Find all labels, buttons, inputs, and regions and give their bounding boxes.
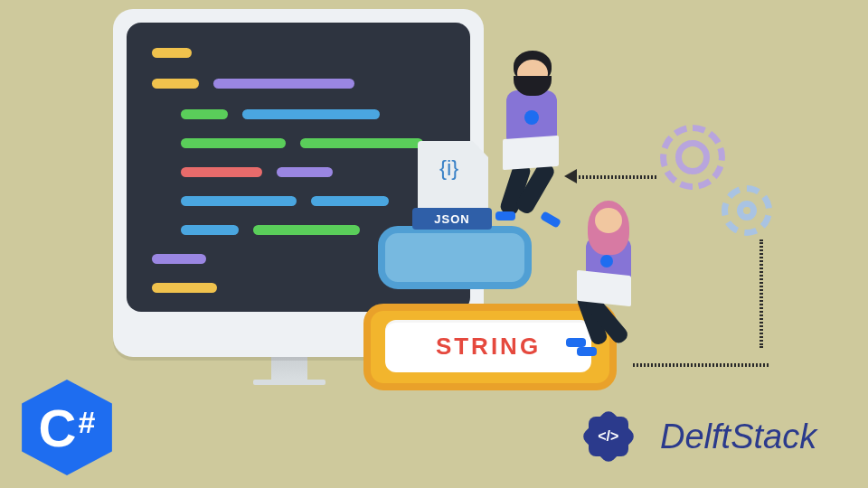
code-line bbox=[253, 225, 360, 235]
csharp-letter: C bbox=[39, 398, 77, 458]
string-label: STRING bbox=[436, 333, 541, 361]
laptop-icon bbox=[577, 270, 631, 306]
code-line bbox=[181, 225, 239, 235]
code-line bbox=[277, 167, 333, 177]
brand-name: DelftStack bbox=[660, 418, 816, 456]
connector-line bbox=[760, 239, 763, 348]
gear-icon bbox=[660, 125, 725, 190]
csharp-hexagon-badge: C# bbox=[14, 380, 119, 475]
laptop-icon bbox=[503, 136, 559, 170]
code-line bbox=[152, 79, 199, 89]
braces-icon: {i} bbox=[439, 155, 458, 181]
code-line bbox=[311, 196, 389, 206]
string-card: STRING bbox=[385, 320, 591, 372]
code-line bbox=[152, 48, 192, 58]
code-line bbox=[181, 167, 262, 177]
csharp-hash: # bbox=[78, 405, 95, 440]
delftstack-logo: </> DelftStack bbox=[570, 398, 816, 475]
code-line bbox=[213, 79, 354, 89]
mandala-icon: </> bbox=[570, 398, 647, 475]
code-line bbox=[152, 283, 217, 293]
code-line bbox=[181, 138, 286, 148]
json-file-icon: {i} JSON bbox=[407, 137, 497, 237]
json-label: JSON bbox=[412, 208, 492, 230]
code-angle-icon: </> bbox=[598, 428, 618, 445]
developer-woman-illustration bbox=[570, 202, 669, 392]
code-line bbox=[181, 109, 228, 119]
code-line bbox=[242, 109, 380, 119]
monitor-stand bbox=[253, 380, 326, 385]
code-line bbox=[152, 254, 206, 264]
gear-icon bbox=[722, 185, 772, 236]
code-line bbox=[300, 138, 423, 148]
code-line bbox=[181, 196, 297, 206]
